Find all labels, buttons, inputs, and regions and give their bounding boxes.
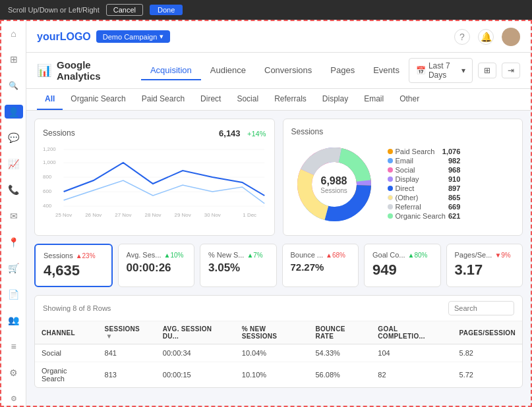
svg-text:400: 400 [43, 203, 51, 208]
subnav-all[interactable]: All [37, 89, 63, 110]
cell-channel: Social [35, 344, 98, 362]
sidebar-icon-location[interactable]: 📍 [5, 235, 23, 250]
subnav-paid-search[interactable]: Paid Search [134, 89, 192, 110]
sidebar-icon-settings[interactable]: ⚙ [5, 391, 23, 406]
cell-goal: 104 [371, 344, 452, 362]
subnav-referrals[interactable]: Referrals [266, 89, 314, 110]
legend-direct: Direct 897 [388, 184, 461, 192]
demo-campaign-badge[interactable]: Demo Campaign ▾ [96, 30, 171, 43]
line-chart-card: Sessions 6,143 +14% 1,200 1,000 800 600 … [34, 119, 275, 236]
sub-nav: All Organic Search Paid Search Direct So… [26, 89, 531, 111]
donut-area: 6,988 Sessions Paid Search 1,076 Email [291, 142, 515, 227]
legend-email: Email 982 [388, 157, 461, 165]
metric-avg-session-value: 00:00:26 [127, 261, 187, 275]
metric-sessions[interactable]: Sessions ▲23% 4,635 [34, 244, 113, 287]
legend-display: Display 910 [388, 175, 461, 183]
cell-bounce-rate: 54.33% [309, 344, 372, 362]
legend-dot-paid-search [388, 149, 393, 154]
share-button[interactable]: ⇥ [502, 63, 520, 78]
svg-text:1,000: 1,000 [43, 159, 56, 165]
metric-pages-session-change: ▼9% [494, 252, 510, 259]
help-button[interactable]: ? [454, 29, 470, 45]
sidebar-icon-cart[interactable]: 🛒 [5, 261, 23, 275]
cell-pages: 5.72 [453, 362, 522, 388]
date-range-picker[interactable]: 📅 Last 7 Days ▾ [409, 58, 473, 83]
subnav-social[interactable]: Social [229, 89, 266, 110]
tab-acquisition[interactable]: Acquisition [141, 61, 201, 80]
subnav-organic-search[interactable]: Organic Search [63, 89, 133, 110]
sidebar-icon-chart[interactable]: 📈 [5, 157, 23, 171]
metric-pages-session-title: Pages/Se... ▼9% [455, 251, 515, 259]
sidebar-icon-list[interactable]: ≡ [5, 339, 23, 354]
subnav-email[interactable]: Email [356, 89, 392, 110]
metrics-row: Sessions ▲23% 4,635 Avg. Ses... ▲10% 00:… [26, 244, 531, 295]
col-goal: GOAL COMPLETIO... [371, 321, 452, 344]
logo-prefix: your [37, 31, 60, 42]
analytics-icon: 📊 [37, 63, 51, 78]
donut-center: 6,988 Sessions [320, 175, 347, 194]
top-nav-right: ? 🔔 [454, 28, 520, 46]
donut-chart-card: Sessions [283, 119, 523, 236]
top-nav: yourLOGO Demo Campaign ▾ ? 🔔 [26, 21, 531, 53]
sidebar-icon-search[interactable]: 🔍 [5, 78, 23, 93]
left-sidebar: ⌂ ⊞ 🔍 👤 💬 📈 📞 ✉ 📍 🛒 📄 👥 ≡ ⚙ ⚙ [1, 21, 26, 406]
table-row-count: Showing 8 of 8 Rows [43, 304, 111, 312]
legend-referral: Referral 669 [388, 203, 461, 211]
line-chart-value-area: 6,143 +14% [219, 127, 266, 139]
legend-dot-direct [388, 186, 393, 191]
line-chart-value: 6,143 [219, 128, 241, 138]
table-header: CHANNEL SESSIONS ▼ AVG. SESSION DU... % … [35, 321, 522, 344]
analytics-title-area: 📊 Google Analytics [37, 59, 128, 82]
cell-new-sessions: 10.10% [235, 362, 309, 388]
table-search-input[interactable] [448, 301, 514, 315]
metric-new-sessions[interactable]: % New S... ▲7% 3.05% [200, 244, 277, 287]
metric-pages-session[interactable]: Pages/Se... ▼9% 3.17 [446, 244, 523, 287]
line-chart-change: +14% [247, 130, 266, 138]
legend-dot-social [388, 167, 393, 173]
sidebar-icon-contacts[interactable]: 👥 [5, 313, 23, 328]
line-chart-area: 1,200 1,000 800 600 400 [43, 144, 266, 223]
sidebar-icon-document[interactable]: 📄 [5, 287, 23, 302]
subnav-direct[interactable]: Direct [192, 89, 229, 110]
sidebar-icon-user[interactable]: 👤 [5, 105, 23, 119]
legend-dot-display [388, 176, 393, 182]
cell-sessions: 841 [98, 344, 156, 362]
sidebar-icon-mail[interactable]: ✉ [5, 209, 23, 223]
svg-text:800: 800 [43, 174, 51, 179]
col-sessions[interactable]: SESSIONS ▼ [98, 321, 156, 344]
tab-events[interactable]: Events [364, 61, 409, 80]
table-section: Showing 8 of 8 Rows CHANNEL SESSIONS ▼ A… [34, 295, 523, 388]
metric-bounce-rate[interactable]: Bounce ... ▲68% 72.27% [282, 244, 359, 287]
sort-arrow: ▼ [106, 333, 113, 340]
legend-other: (Other) 865 [388, 194, 461, 202]
cell-pages: 5.82 [453, 344, 522, 362]
tab-conversions[interactable]: Conversions [255, 61, 321, 80]
donut-chart-title: Sessions [291, 127, 324, 136]
tab-pages[interactable]: Pages [321, 61, 364, 80]
metric-goal[interactable]: Goal Co... ▲80% 949 [364, 244, 441, 287]
done-button[interactable]: Done [150, 5, 183, 15]
donut-center-value: 6,988 [320, 175, 347, 187]
subnav-display[interactable]: Display [314, 89, 356, 110]
sidebar-icon-gear[interactable]: ⚙ [5, 366, 23, 380]
metric-new-sessions-value: 3.05% [208, 261, 268, 275]
logo-area: yourLOGO Demo Campaign ▾ [37, 30, 170, 43]
sidebar-icon-phone[interactable]: 📞 [5, 183, 23, 198]
sidebar-icon-grid[interactable]: ⊞ [5, 53, 23, 67]
sidebar-icon-chat[interactable]: 💬 [5, 130, 23, 145]
cell-avg-session: 00:00:15 [156, 362, 235, 388]
sidebar-icon-home[interactable]: ⌂ [5, 26, 23, 41]
notification-button[interactable]: 🔔 [478, 29, 494, 45]
col-pages: PAGES/SESSION [453, 321, 522, 344]
metric-sessions-value: 4,635 [44, 262, 103, 279]
legend-dot-email [388, 158, 393, 163]
user-avatar[interactable] [502, 28, 520, 46]
cancel-button[interactable]: Cancel [106, 4, 143, 16]
subnav-other[interactable]: Other [392, 89, 427, 110]
grid-view-button[interactable]: ⊞ [478, 63, 496, 78]
svg-text:30 Nov: 30 Nov [204, 212, 221, 217]
metric-new-sessions-change: ▲7% [247, 252, 262, 259]
metric-bounce-rate-title: Bounce ... ▲68% [291, 251, 351, 259]
tab-audience[interactable]: Audience [201, 61, 255, 80]
metric-avg-session[interactable]: Avg. Ses... ▲10% 00:00:26 [118, 244, 195, 287]
